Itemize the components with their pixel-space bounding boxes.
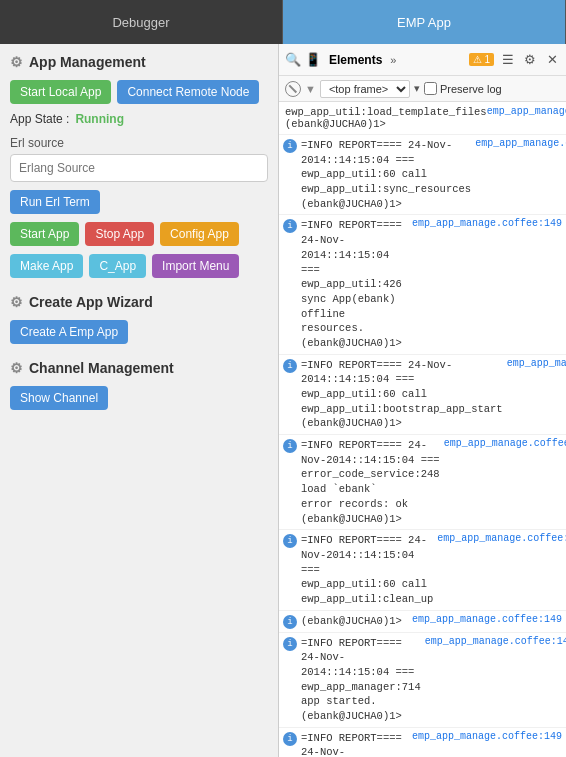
warning-badge: ⚠ 1 (469, 53, 494, 66)
connect-remote-node-button[interactable]: Connect Remote Node (117, 80, 259, 104)
log-source-7[interactable]: emp_app_manage.coffee:149 (425, 636, 566, 724)
app-control-row-3: Make App C_App Import Menu (10, 254, 268, 278)
c-app-button[interactable]: C_App (89, 254, 146, 278)
erl-source-label: Erl source (10, 136, 268, 150)
log-source-4[interactable]: emp_app_manage.coffee:149 (444, 438, 566, 526)
channel-management-section: ⚙ Channel Management Show Channel (10, 360, 268, 410)
app-control-row-1: Start Local App Connect Remote Node (10, 80, 268, 104)
filter-bar: ▼ <top frame> ▾ Preserve log (279, 76, 566, 102)
make-app-button[interactable]: Make App (10, 254, 83, 278)
log-source-1[interactable]: emp_app_manage.coffee:149 (475, 138, 566, 211)
app-control-row-2: Start App Stop App Config App (10, 222, 268, 246)
show-channel-button[interactable]: Show Channel (10, 386, 108, 410)
tab-emp-app[interactable]: EMP App (283, 0, 566, 44)
start-local-app-button[interactable]: Start Local App (10, 80, 111, 104)
more-tabs-icon[interactable]: » (390, 54, 396, 66)
create-app-wizard-section: ⚙ Create App Wizard Create A Emp App (10, 294, 268, 344)
list-item: i =INFO REPORT==== 24-Nov-2014::14:15:04… (279, 135, 566, 215)
show-channel-row: Show Channel (10, 386, 268, 410)
info-icon: i (283, 637, 297, 651)
erl-source-input[interactable] (10, 154, 268, 182)
create-app-row: Create A Emp App (10, 320, 268, 344)
gear-icon: ⚙ (10, 54, 23, 70)
gear-icon-3: ⚙ (10, 360, 23, 376)
log-source-2[interactable]: emp_app_manage.coffee:149 (412, 218, 562, 350)
start-app-button[interactable]: Start App (10, 222, 79, 246)
run-erl-term-button[interactable]: Run Erl Term (10, 190, 100, 214)
filter-icon[interactable]: ▼ (305, 83, 316, 95)
preserve-log-checkbox[interactable] (424, 82, 437, 95)
settings-icon[interactable]: ⚙ (522, 52, 538, 68)
info-icon: i (283, 359, 297, 373)
tab-debugger[interactable]: Debugger (0, 0, 283, 44)
no-filter-icon[interactable] (285, 81, 301, 97)
frame-chevron-icon[interactable]: ▾ (414, 82, 420, 95)
config-app-button[interactable]: Config App (160, 222, 239, 246)
list-item: i =INFO REPORT==== 24-Nov-2014::14:15:04… (279, 728, 566, 757)
gear-icon-2: ⚙ (10, 294, 23, 310)
list-item: i =INFO REPORT==== 24-Nov-2014::14:15:04… (279, 215, 566, 354)
devtools-toolbar: 🔍 📱 Elements » ⚠ 1 ☰ ⚙ ✕ (279, 44, 566, 76)
left-panel: ⚙ App Management Start Local App Connect… (0, 44, 278, 757)
list-item: i =INFO REPORT==== 24-Nov-2014::14:15:04… (279, 355, 566, 435)
log-source-0[interactable]: emp_app_manage.coffee:149 (487, 106, 566, 117)
log-source-6[interactable]: emp_app_manage.coffee:149 (412, 614, 562, 629)
run-erl-row: Run Erl Term (10, 190, 268, 214)
frame-selector[interactable]: <top frame> (320, 80, 410, 98)
log-entry-top: ewp_app_util:load_template_files(ebank@J… (279, 102, 566, 135)
create-app-wizard-title: ⚙ Create App Wizard (10, 294, 268, 310)
search-icon[interactable]: 🔍 (285, 52, 301, 68)
info-icon: i (283, 139, 297, 153)
app-state-row: App State : Running (10, 112, 268, 126)
stop-app-button[interactable]: Stop App (85, 222, 154, 246)
import-menu-button[interactable]: Import Menu (152, 254, 239, 278)
log-area[interactable]: ewp_app_util:load_template_files(ebank@J… (279, 102, 566, 757)
app-state-value: Running (75, 112, 124, 126)
main-layout: ⚙ App Management Start Local App Connect… (0, 44, 566, 757)
create-emp-app-button[interactable]: Create A Emp App (10, 320, 128, 344)
devtools-header-icons: ⚠ 1 ☰ ⚙ ✕ (469, 52, 560, 68)
log-source-8[interactable]: emp_app_manage.coffee:149 (412, 731, 562, 757)
elements-tab-label[interactable]: Elements (325, 53, 386, 67)
channel-management-title: ⚙ Channel Management (10, 360, 268, 376)
list-item: i =INFO REPORT==== 24-Nov-2014::14:15:04… (279, 633, 566, 728)
right-panel: 🔍 📱 Elements » ⚠ 1 ☰ ⚙ ✕ ▼ <top frame> ▾ (278, 44, 566, 757)
info-icon: i (283, 439, 297, 453)
info-icon: i (283, 219, 297, 233)
device-icon[interactable]: 📱 (305, 52, 321, 68)
app-management-section: ⚙ App Management Start Local App Connect… (10, 54, 268, 278)
tab-bar: Debugger EMP App (0, 0, 566, 44)
info-icon: i (283, 615, 297, 629)
info-icon: i (283, 534, 297, 548)
preserve-log-label[interactable]: Preserve log (424, 82, 502, 95)
list-item: i (ebank@JUCHA0)1> emp_app_manage.coffee… (279, 611, 566, 633)
list-item: i =INFO REPORT==== 24-Nov-2014::14:15:04… (279, 530, 566, 610)
info-icon: i (283, 732, 297, 746)
list-icon[interactable]: ☰ (500, 52, 516, 68)
app-management-title: ⚙ App Management (10, 54, 268, 70)
log-source-3[interactable]: emp_app_manage.coffee:149 (507, 358, 566, 431)
close-icon[interactable]: ✕ (544, 52, 560, 68)
log-source-5[interactable]: emp_app_manage.coffee:149 (437, 533, 566, 606)
list-item: i =INFO REPORT==== 24-Nov-2014::14:15:04… (279, 435, 566, 530)
